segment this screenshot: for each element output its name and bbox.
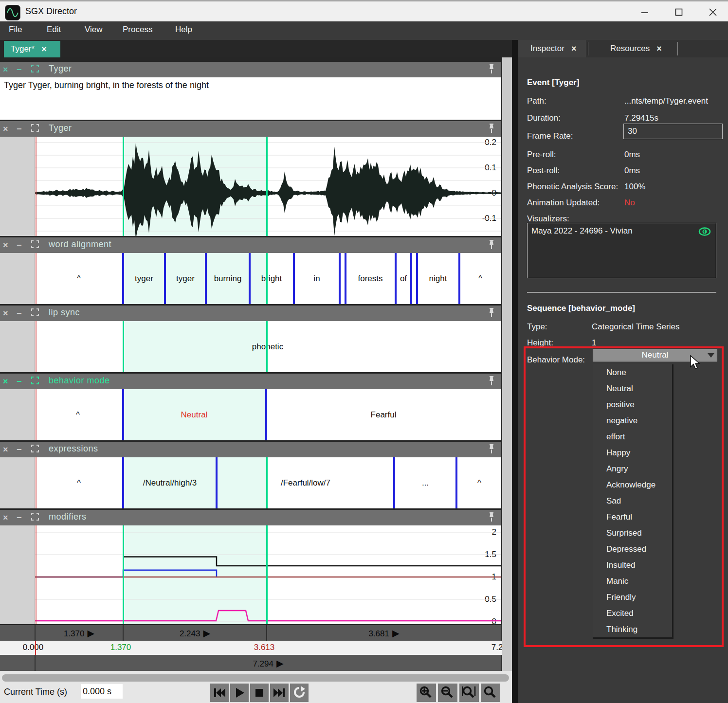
track-expand-icon[interactable]	[31, 512, 39, 523]
segment-label[interactable]: /Neutral/high/3	[143, 478, 197, 488]
track-minimize-icon[interactable]: −	[17, 444, 22, 455]
segment-label[interactable]: forests	[358, 274, 382, 284]
segment-label[interactable]: /Fearful/low/7	[281, 478, 330, 488]
range-divider[interactable]	[501, 655, 502, 671]
segment-boundary[interactable]	[249, 253, 251, 304]
pin-icon[interactable]	[488, 64, 495, 75]
segment-play-icon[interactable]: ▶	[87, 628, 94, 638]
option-manic[interactable]: Manic	[593, 573, 672, 589]
track-expand-icon[interactable]	[31, 444, 39, 455]
segment-boundary[interactable]	[122, 389, 124, 440]
segment-boundary[interactable]	[345, 253, 346, 304]
segment-label[interactable]: ^	[478, 274, 482, 284]
track-minimize-icon[interactable]: −	[17, 124, 22, 134]
segment-boundary[interactable]	[164, 253, 166, 304]
segment-boundary[interactable]	[293, 253, 295, 304]
track-minimize-icon[interactable]: −	[17, 512, 22, 523]
segment-boundary[interactable]	[122, 457, 124, 508]
loop-button[interactable]	[290, 684, 309, 702]
segment-label[interactable]: Fearful	[371, 410, 397, 420]
play-button[interactable]	[230, 684, 249, 702]
segment-divider[interactable]	[266, 625, 267, 641]
track-close-icon[interactable]: ×	[3, 376, 8, 387]
range-duration[interactable]: 7.294▶	[253, 657, 283, 668]
pin-icon[interactable]	[488, 512, 495, 523]
playhead[interactable]	[36, 457, 36, 508]
segment-label[interactable]: bright	[261, 274, 282, 284]
segment-label[interactable]: ^	[77, 274, 81, 284]
segment-label[interactable]: Neutral	[181, 410, 208, 420]
segment-duration[interactable]: 2.243▶	[180, 628, 210, 639]
track-minimize-icon[interactable]: −	[17, 376, 22, 387]
panel-tab-close-icon[interactable]: ×	[571, 44, 577, 54]
segment-boundary[interactable]	[395, 253, 397, 304]
option-effort[interactable]: effort	[593, 429, 672, 445]
pin-icon[interactable]	[488, 444, 495, 455]
zoom-fit-button[interactable]	[481, 684, 500, 702]
stop-button[interactable]	[250, 684, 269, 702]
zoom-out-button[interactable]	[438, 684, 457, 702]
visibility-eye-icon[interactable]	[698, 227, 711, 236]
segment-boundary[interactable]	[416, 253, 418, 304]
segment-label[interactable]: tyger	[135, 274, 153, 284]
option-positive[interactable]: positive	[593, 397, 672, 413]
track-close-icon[interactable]: ×	[3, 512, 8, 523]
segment-duration[interactable]: 3.681▶	[368, 628, 399, 639]
zoom-in-button[interactable]	[417, 684, 436, 702]
option-neutral[interactable]: Neutral	[593, 380, 672, 397]
segment-divider[interactable]	[123, 625, 124, 641]
track-close-icon[interactable]: ×	[3, 64, 8, 75]
visualizers-list[interactable]: Maya 2022 - 24696 - Vivian	[527, 223, 716, 278]
segment-label[interactable]: ^	[76, 410, 80, 420]
selection-edge[interactable]	[123, 137, 124, 236]
current-time-input[interactable]	[81, 684, 123, 699]
segment-boundary[interactable]	[410, 253, 412, 304]
panel-tab-resources[interactable]: Resources×	[598, 40, 672, 57]
segment-label[interactable]: in	[313, 274, 320, 284]
menu-help[interactable]: Help	[172, 25, 195, 35]
segment-boundary[interactable]	[265, 389, 267, 440]
minimize-button[interactable]	[634, 3, 656, 21]
track-expand-icon[interactable]	[31, 240, 39, 251]
horizontal-scrollbar[interactable]	[2, 674, 509, 682]
track-close-icon[interactable]: ×	[3, 444, 8, 455]
selection-edge[interactable]	[266, 457, 268, 508]
selection-edge[interactable]	[266, 137, 268, 236]
segment-label[interactable]: phonetic	[252, 342, 283, 352]
ruler-playhead-tick[interactable]	[35, 641, 36, 655]
panel-tab-inspector[interactable]: Inspector×	[518, 40, 586, 57]
track-minimize-icon[interactable]: −	[17, 308, 22, 319]
close-button[interactable]	[702, 3, 724, 21]
track-minimize-icon[interactable]: −	[17, 240, 22, 251]
frame-rate-input[interactable]	[623, 124, 723, 139]
zoom-selection-button[interactable]	[459, 684, 479, 702]
option-none[interactable]: None	[593, 364, 672, 380]
option-fearful[interactable]: Fearful	[593, 509, 672, 525]
track-close-icon[interactable]: ×	[3, 124, 8, 134]
track-expand-icon[interactable]	[31, 64, 39, 75]
segment-label[interactable]: night	[429, 274, 447, 284]
option-surprised[interactable]: Surprised	[593, 525, 672, 541]
pin-icon[interactable]	[488, 123, 495, 135]
pin-icon[interactable]	[488, 307, 495, 319]
menu-view[interactable]: View	[82, 25, 106, 35]
menu-edit[interactable]: Edit	[44, 25, 64, 35]
option-sad[interactable]: Sad	[593, 493, 672, 509]
segment-label[interactable]: tyger	[176, 274, 195, 284]
playhead[interactable]	[36, 321, 36, 372]
panel-tab-close-icon[interactable]: ×	[656, 44, 662, 54]
segment-boundary[interactable]	[216, 457, 218, 508]
menu-file[interactable]: File	[6, 25, 25, 35]
selection-edge[interactable]	[123, 321, 124, 372]
segment-boundary[interactable]	[458, 253, 460, 304]
playhead[interactable]	[36, 137, 36, 236]
segment-label[interactable]: of	[400, 274, 407, 284]
selection-edge[interactable]	[266, 321, 268, 372]
panel-splitter[interactable]	[512, 40, 518, 703]
option-angry[interactable]: Angry	[593, 461, 672, 477]
timeline-range-bar[interactable]: 7.294▶	[0, 655, 501, 671]
option-thinking[interactable]: Thinking	[593, 621, 672, 637]
segment-boundary[interactable]	[455, 457, 457, 508]
segment-divider[interactable]	[501, 625, 502, 641]
segment-label[interactable]: ...	[422, 478, 429, 488]
